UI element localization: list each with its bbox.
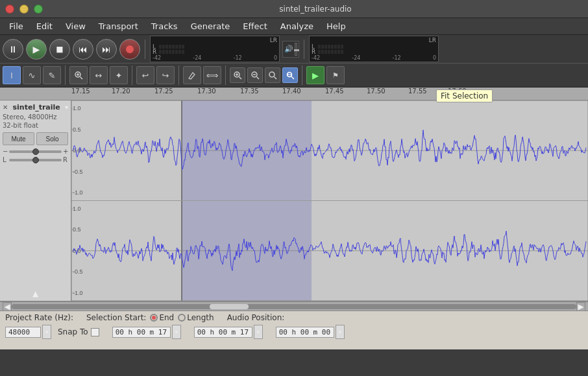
pan-slider[interactable] [9, 159, 62, 161]
stop-button[interactable]: ■ [49, 39, 70, 60]
close-button[interactable] [5, 5, 14, 14]
envelope-tool-button[interactable]: ∿ [23, 66, 41, 84]
menu-item-effect[interactable]: Effect [236, 20, 273, 32]
svg-line-14 [291, 76, 294, 79]
time3-dropdown[interactable]: ▾ [336, 325, 345, 339]
track-close-button[interactable]: ✕ [3, 104, 8, 111]
track-dropdown-button[interactable]: ▾ [65, 104, 68, 111]
undo-button[interactable]: ↩ [136, 66, 154, 84]
selection-start-input[interactable] [112, 327, 171, 338]
pause-button[interactable]: ⏸ [3, 39, 23, 60]
end-radio-label: End [159, 313, 174, 322]
scrollbar-thumb[interactable] [210, 304, 249, 309]
volume-slider[interactable] [295, 43, 297, 56]
audio-position-group: Audio Position: [227, 313, 285, 322]
menu-item-analyze[interactable]: Analyze [274, 20, 320, 32]
audio-position-input[interactable] [276, 327, 334, 338]
track-sample-rate: Stereo, 48000Hz [3, 113, 68, 121]
vu-bars-l2 [318, 45, 436, 49]
toolbar-area: ⏸ ▶ ■ ⏮ ⏭ LR L [0, 35, 588, 88]
project-rate-label: Project Rate (Hz): [5, 313, 73, 322]
magnify-in-icon [74, 71, 83, 80]
svg-line-5 [239, 77, 242, 80]
multi-tool-button[interactable]: ✦ [110, 66, 128, 84]
waveform-area[interactable] [71, 100, 588, 301]
volume-icon: 🔊 [284, 45, 293, 53]
zoom-in-button[interactable] [69, 66, 88, 84]
record-dot-icon [126, 45, 134, 53]
titlebar: sintel_trailer-audio [0, 0, 588, 18]
project-rate-input-group: ▾ [5, 325, 51, 339]
rate-dropdown-button[interactable]: ▾ [42, 325, 51, 339]
sep1 [145, 40, 145, 59]
snap-to-checkbox[interactable] [91, 328, 99, 336]
track-buttons: Mute Solo [3, 132, 68, 145]
svg-line-9 [257, 77, 260, 80]
track-bit-depth: 32-bit float [3, 121, 68, 130]
redo-button[interactable]: ↪ [156, 66, 175, 84]
menu-item-file[interactable]: File [3, 20, 30, 32]
snap-to-label: Snap To [58, 327, 88, 336]
waveform-canvas [71, 100, 588, 301]
project-rate-input[interactable] [5, 327, 41, 338]
zoom-out-small-button[interactable] [247, 67, 263, 83]
horizontal-scrollbar: ◀ ▶ [0, 301, 588, 311]
zoom-in-small-button[interactable] [230, 67, 245, 83]
play-button[interactable]: ▶ [26, 39, 47, 60]
maximize-button[interactable] [34, 5, 43, 14]
skip-back-button[interactable]: ⏮ [73, 39, 93, 60]
end-radio[interactable]: End [150, 313, 174, 322]
menu-item-help[interactable]: Help [320, 20, 352, 32]
pencil-icon [188, 71, 197, 80]
gain-slider[interactable] [9, 150, 62, 153]
toolbar-row1: ⏸ ▶ ■ ⏮ ⏭ LR L [0, 35, 588, 64]
vu-row-r2: R [312, 49, 436, 54]
pan-l-label: L [3, 156, 8, 163]
minimize-button[interactable] [19, 5, 29, 14]
ruler-tick-0: 17.15 [71, 88, 90, 95]
time2-dropdown[interactable]: ▾ [254, 325, 263, 339]
menu-item-edit[interactable]: Edit [30, 20, 59, 32]
gain-plus-label: + [63, 148, 68, 155]
time1-group: ▾ [112, 325, 181, 339]
sep2 [304, 40, 304, 59]
selection-end-input[interactable] [194, 327, 252, 338]
solo-button[interactable]: Solo [36, 132, 68, 145]
zoom-fit-h-button[interactable]: ↔ [90, 66, 108, 84]
vu-scale2: -42-24-120 [312, 55, 436, 61]
time-shift-button[interactable]: ⟺ [203, 66, 221, 84]
selection-start-label: Selection Start: [86, 313, 146, 322]
length-radio[interactable]: Length [178, 313, 214, 322]
extra-tool-button[interactable]: ⚑ [326, 66, 345, 84]
record-button[interactable] [119, 39, 140, 60]
sep4 [132, 65, 132, 85]
scrollbar-track[interactable] [12, 304, 576, 309]
fit-selection-button[interactable] [282, 67, 298, 83]
track-expand-icon[interactable]: ▲ [32, 289, 38, 298]
menu-item-view[interactable]: View [59, 20, 92, 32]
select-tool-button[interactable]: I [3, 66, 21, 84]
menu-item-tracks[interactable]: Tracks [145, 20, 184, 32]
play-green-button[interactable]: ▶ [306, 66, 325, 84]
skip-forward-button[interactable]: ⏭ [96, 39, 117, 60]
time1-dropdown[interactable]: ▾ [172, 325, 181, 339]
scroll-right-button[interactable]: ▶ [576, 302, 585, 311]
statusbar: Project Rate (Hz): Selection Start: End … [0, 311, 588, 349]
track-expand-row: ▲ [3, 287, 68, 298]
vu-scale: -42-24-120 [153, 55, 277, 61]
volume-control: 🔊 [282, 41, 299, 58]
draw-tool-button[interactable]: ✎ [43, 66, 61, 84]
scroll-left-button[interactable]: ◀ [3, 302, 12, 311]
menu-item-generate[interactable]: Generate [184, 20, 237, 32]
mute-button[interactable]: Mute [3, 132, 34, 145]
menu-item-transport[interactable]: Transport [92, 20, 145, 32]
menubar: FileEditViewTransportTracksGenerateEffec… [0, 18, 588, 35]
ruler-tick-5: 17.40 [282, 88, 301, 95]
vu-row-l2: L [312, 44, 436, 49]
draw-pencil-button[interactable] [183, 66, 201, 84]
timeline-ruler: 17.15 17.20 17.25 17.30 17.35 17.40 17.4… [0, 88, 588, 100]
sep5 [178, 65, 179, 85]
pan-slider-row: L R [3, 156, 68, 163]
sep6 [225, 65, 226, 85]
fit-project-button[interactable] [265, 67, 280, 83]
